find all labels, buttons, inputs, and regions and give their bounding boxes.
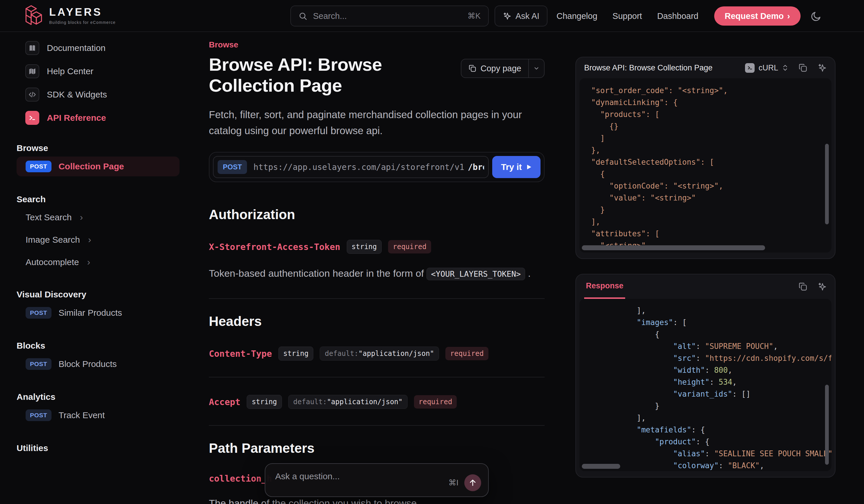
- method-badge: POST: [218, 160, 247, 174]
- nav-link-changelog[interactable]: Changelog: [556, 11, 597, 21]
- divider: [209, 377, 544, 377]
- map-icon: [25, 64, 39, 78]
- endpoint-url-box[interactable]: POST https://app.uselayers.com/api/store…: [213, 156, 489, 178]
- code-line: ],: [591, 412, 826, 424]
- nav-link-dashboard[interactable]: Dashboard: [657, 11, 698, 21]
- sidebar-item-label: Collection Page: [59, 161, 124, 171]
- copy-page-button[interactable]: Copy page: [461, 59, 544, 78]
- response-panel-header: Response: [576, 274, 835, 299]
- request-code-panel: Browse API: Browse Collection Page cURL: [575, 57, 836, 259]
- sidebar-section-title-utilities: Utilities: [16, 443, 180, 453]
- copy-icon: [468, 64, 477, 72]
- code-line: {: [591, 168, 826, 180]
- request-demo-button[interactable]: Request Demo ›: [714, 7, 801, 26]
- copy-page-label: Copy page: [481, 64, 521, 73]
- code-line: ]: [591, 132, 826, 144]
- sidebar-section-title-browse: Browse: [16, 143, 180, 153]
- logo-tagline: Building blocks for eCommerce: [49, 20, 116, 25]
- param-row-accept: Acceptstringdefault:"application/json"re…: [209, 395, 544, 409]
- book-icon: [25, 41, 39, 55]
- copy-code-button[interactable]: [798, 63, 807, 72]
- sparkles-icon-button[interactable]: [817, 63, 827, 72]
- method-badge: POST: [26, 409, 51, 421]
- sidebar-item-api-reference[interactable]: API Reference: [16, 111, 180, 125]
- sidebar-section-title-blocks: Blocks: [16, 341, 180, 351]
- code-line: "height": 534,: [591, 376, 826, 388]
- sidebar-item-similar-products[interactable]: POSTSimilar Products: [16, 303, 180, 323]
- main-content: Browse Browse API: Browse Collection Pag…: [209, 32, 544, 504]
- code-line: },: [591, 144, 826, 156]
- default-badge: default:"application/json": [320, 347, 439, 361]
- nav-link-support[interactable]: Support: [612, 11, 642, 21]
- search-input[interactable]: Search... ⌘K: [290, 5, 489, 26]
- sidebar-item-label: Autocomplete: [26, 257, 79, 267]
- code-line: "optionCode": "<string>",: [591, 180, 826, 192]
- ask-ai-button[interactable]: Ask AI: [494, 5, 548, 26]
- ask-question-submit-button[interactable]: [464, 474, 481, 491]
- copy-code-button[interactable]: [798, 282, 807, 291]
- sidebar-item-label: Text Search: [26, 213, 72, 222]
- code-line: "colorway": "BLACK",: [591, 460, 826, 471]
- section-heading-headers: Headers: [209, 313, 544, 329]
- sidebar-section-title-analytics: Analytics: [16, 392, 180, 402]
- code-line: "products": [: [591, 109, 826, 120]
- param-sections: AuthorizationX-Storefront-Access-Tokenst…: [209, 207, 544, 504]
- code-line: ],: [591, 305, 826, 316]
- sidebar: Documentation Help Center SDK & Widgets …: [16, 32, 180, 456]
- request-panel-header: Browse API: Browse Collection Page cURL: [576, 57, 835, 78]
- chevron-right-icon: ›: [88, 234, 91, 245]
- sparkles-icon-button[interactable]: [817, 282, 827, 291]
- arrow-right-icon: ›: [787, 11, 790, 21]
- sidebar-item-label: Similar Products: [59, 308, 122, 318]
- nav-links: Changelog Support Dashboard: [556, 0, 698, 32]
- chevron-right-icon: ›: [80, 212, 83, 223]
- param-row-x-storefront-access-token: X-Storefront-Access-Tokenstringrequired: [209, 240, 544, 254]
- ask-question-box[interactable]: Ask a question... ⌘I: [265, 463, 489, 497]
- section-heading-path-parameters: Path Parameters: [209, 440, 544, 456]
- search-shortcut: ⌘K: [468, 11, 481, 21]
- sidebar-item-collection-page[interactable]: POSTCollection Page: [16, 157, 180, 176]
- sidebar-item-block-products[interactable]: POSTBlock Products: [16, 354, 180, 374]
- logo[interactable]: LAYERS Building blocks for eCommerce: [25, 5, 116, 26]
- sidebar-item-sdk-widgets[interactable]: SDK & Widgets: [16, 87, 180, 102]
- tab-response[interactable]: Response: [584, 274, 625, 299]
- method-badge: POST: [26, 307, 51, 319]
- play-icon: [526, 164, 532, 170]
- default-badge: default:"application/json": [288, 395, 408, 409]
- horizontal-scrollbar[interactable]: [582, 464, 620, 469]
- sidebar-section-title-visual-discovery: Visual Discovery: [16, 289, 180, 299]
- try-it-button[interactable]: Try it: [492, 156, 540, 178]
- required-badge: required: [445, 347, 489, 360]
- horizontal-scrollbar[interactable]: [582, 245, 765, 250]
- sidebar-item-documentation[interactable]: Documentation: [16, 41, 180, 55]
- chevron-updown-icon: [782, 64, 788, 72]
- code-line: }: [591, 204, 826, 216]
- param-description: Token-based authentication header in the…: [209, 265, 544, 282]
- page-title: Browse API: Browse Collection Page: [209, 54, 433, 96]
- code-line: {: [591, 328, 826, 340]
- sidebar-item-track-event[interactable]: POSTTrack Event: [16, 405, 180, 425]
- code-line: "defaultSelectedOptions": [: [591, 156, 826, 168]
- response-code-block[interactable]: ], "images": [ { "alt": "SUPREME POUCH",…: [579, 299, 831, 471]
- sidebar-item-help-center[interactable]: Help Center: [16, 64, 180, 79]
- search-icon: [299, 12, 307, 20]
- vertical-scrollbar[interactable]: [825, 144, 829, 224]
- endpoint-url: https://app.uselayers.com/api/storefront…: [253, 163, 484, 172]
- sidebar-item-text-search[interactable]: Text Search›: [16, 208, 180, 227]
- sidebar-item-image-search[interactable]: Image Search›: [16, 230, 180, 249]
- code-line: "images": [: [591, 316, 826, 328]
- code-line: "alt": "SUPREME POUCH",: [591, 340, 826, 352]
- language-select[interactable]: cURL: [745, 63, 788, 73]
- copy-page-dropdown[interactable]: [528, 59, 544, 77]
- ask-ai-label: Ask AI: [516, 11, 539, 21]
- theme-toggle-button[interactable]: [811, 10, 823, 22]
- terminal-mini-icon: [745, 63, 755, 73]
- default-value: "application/json": [358, 349, 434, 358]
- type-badge: string: [347, 240, 382, 254]
- vertical-scrollbar[interactable]: [825, 385, 829, 465]
- sidebar-item-autocomplete[interactable]: Autocomplete›: [16, 253, 180, 272]
- request-code-block[interactable]: "sort_order_code": "<string>","dynamicLi…: [579, 78, 831, 253]
- required-badge: required: [388, 240, 431, 253]
- param-name: collection_h: [209, 473, 272, 484]
- method-badge: POST: [26, 358, 51, 370]
